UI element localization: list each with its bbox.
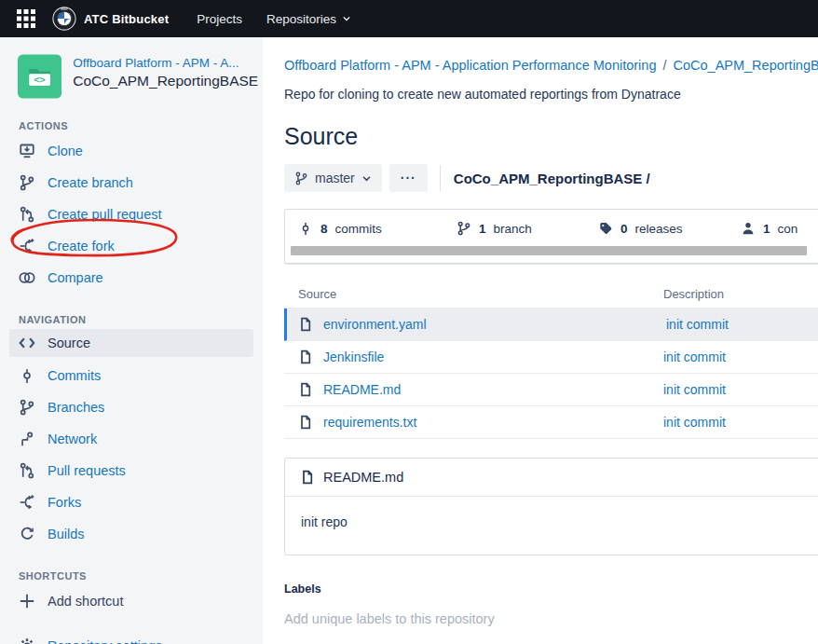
clone-icon [19,143,35,159]
sidebar-item-repository-settings[interactable]: Repository settings [0,630,263,644]
brand[interactable]: BMW ATC Bitbucket [52,7,169,31]
file-icon [298,317,313,332]
labels-title: Labels [284,582,818,596]
file-icon [300,470,315,485]
svg-text:<>: <> [34,74,46,85]
file-row-jenkinsfile[interactable]: Jenkinsfile init commit [284,341,818,374]
sidebar-item-add-shortcut[interactable]: Add shortcut [0,585,263,617]
repo-avatar[interactable]: <> [18,53,61,100]
sidebar-item-pull-requests[interactable]: Pull requests [0,455,263,486]
section-title-navigation: NAVIGATION [19,314,263,325]
project-link[interactable]: Offboard Platform - APM - A... [73,56,248,70]
horizontal-scrollbar-thumb[interactable] [291,246,807,255]
branch-icon [457,221,471,236]
breadcrumb-separator: / [662,58,666,73]
file-link[interactable]: requirements.txt [323,415,416,430]
toolbar-divider [440,165,441,191]
top-navigation-bar: BMW ATC Bitbucket Projects Repositories [0,0,818,37]
file-icon [298,382,313,397]
readme-card: README.md init repo [284,458,818,555]
branch-icon [19,174,35,191]
source-toolbar: master ··· CoCo_APM_ReportingBASE / [284,164,818,192]
sidebar-item-builds[interactable]: Builds [0,518,263,550]
column-header-source: Source [284,287,663,301]
commit-message-link[interactable]: init commit [666,317,729,332]
sidebar-item-source[interactable]: Source [9,329,253,357]
top-nav-links: Projects Repositories [197,12,351,26]
nav-repositories[interactable]: Repositories [266,12,351,26]
builds-icon [19,526,35,542]
stat-branches[interactable]: 1 branch [457,221,598,236]
current-path: CoCo_APM_ReportingBASE / [454,171,650,186]
branch-icon [294,171,308,185]
app-switcher-icon[interactable] [17,9,35,28]
bmw-logo-text: BMW [61,7,68,11]
repository-sidebar: <> Offboard Platform - APM - A... CoCo_A… [0,37,263,644]
commit-icon [19,367,35,384]
file-link[interactable]: Jenkinsfile [323,349,384,364]
chevron-down-icon [361,173,372,184]
commit-message-link[interactable]: init commit [663,382,726,397]
sidebar-item-clone[interactable]: Clone [0,135,263,167]
commit-message-link[interactable]: init commit [663,349,726,364]
page-title: Source [284,123,818,150]
more-actions-button[interactable]: ··· [389,164,428,192]
person-icon [741,221,756,236]
fork-icon [19,494,35,511]
sidebar-item-network[interactable]: Network [0,423,263,455]
sidebar-item-create-pull-request[interactable]: Create pull request [0,199,263,230]
app-title: ATC Bitbucket [84,12,169,26]
pull-request-icon [19,206,35,223]
pull-request-icon [19,462,35,479]
stat-commits[interactable]: 8 commits [298,221,457,236]
sidebar-item-create-fork[interactable]: Create fork [0,230,263,262]
repo-description: Repo for cloning to create new automated… [284,87,818,102]
repo-stats-card: 8 commits 1 branch 0 releases 1 con [284,209,818,264]
code-icon [19,335,35,351]
repo-stats-row: 8 commits 1 branch 0 releases 1 con [285,210,818,240]
main-content: Offboard Platform - APM - Application Pe… [263,37,818,644]
branch-icon [19,399,35,416]
branch-selector-button[interactable]: master [284,164,382,192]
gear-icon [19,637,35,644]
file-icon [298,415,313,430]
network-icon [19,431,35,447]
column-header-description: Description [663,287,818,301]
tag-icon [598,221,613,236]
commit-icon [298,221,313,236]
sidebar-item-forks[interactable]: Forks [0,486,263,518]
branch-selector-label: master [315,171,355,185]
file-link[interactable]: README.md [323,382,401,397]
fork-icon [19,238,35,254]
plus-icon [19,593,35,610]
bmw-logo-icon: BMW [52,7,76,31]
repo-header: <> Offboard Platform - APM - A... CoCo_A… [0,53,263,100]
sidebar-item-commits[interactable]: Commits [0,360,263,391]
file-row-requirements-txt[interactable]: requirements.txt init commit [284,406,818,439]
breadcrumb-project-link[interactable]: Offboard Platform - APM - Application Pe… [284,58,656,73]
labels-section: Labels Add unique labels to this reposit… [284,582,818,626]
sidebar-item-create-branch[interactable]: Create branch [0,167,263,199]
stat-contributors[interactable]: 1 con [741,221,798,236]
section-title-actions: ACTIONS [19,120,263,131]
commit-message-link[interactable]: init commit [663,415,726,430]
breadcrumb-repo-link[interactable]: CoCo_APM_ReportingBASE [674,58,818,73]
compare-icon [19,269,35,286]
sidebar-item-branches[interactable]: Branches [0,391,263,423]
labels-input-placeholder[interactable]: Add unique labels to this repository [284,611,818,626]
section-title-shortcuts: SHORTCUTS [19,570,263,582]
breadcrumb: Offboard Platform - APM - Application Pe… [284,58,818,73]
readme-filename: README.md [323,470,403,485]
file-row-environment-yaml[interactable]: environment.yaml init commit [284,308,818,341]
stat-releases[interactable]: 0 releases [598,221,741,236]
file-table-header: Source Description [284,281,818,308]
file-link[interactable]: environment.yaml [323,317,427,332]
readme-header: README.md [285,459,818,497]
sidebar-item-compare[interactable]: Compare [0,262,263,294]
file-icon [298,349,313,364]
nav-projects[interactable]: Projects [197,12,242,26]
chevron-down-icon [342,14,351,23]
readme-content: init repo [285,497,818,555]
file-table: Source Description environment.yaml init… [284,281,818,439]
file-row-readme-md[interactable]: README.md init commit [284,374,818,406]
